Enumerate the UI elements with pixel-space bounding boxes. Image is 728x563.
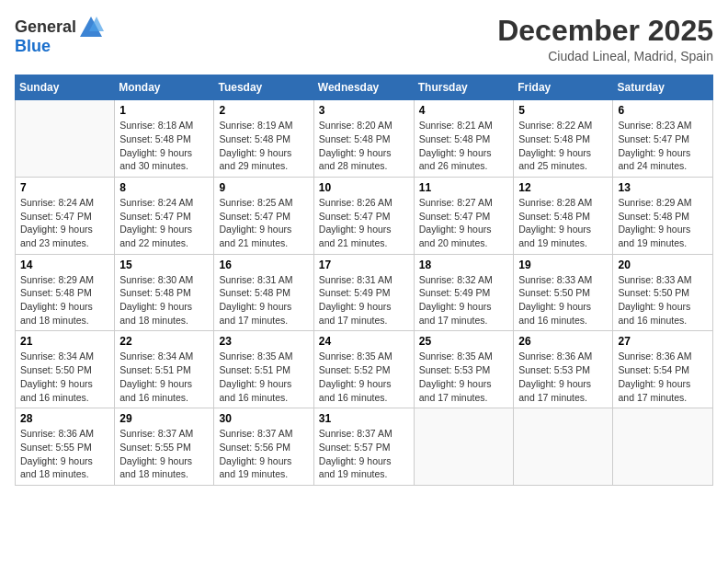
calendar-cell: 2Sunrise: 8:19 AM Sunset: 5:48 PM Daylig… (214, 100, 313, 178)
day-info: Sunrise: 8:33 AM Sunset: 5:50 PM Dayligh… (518, 273, 608, 327)
calendar-cell: 3Sunrise: 8:20 AM Sunset: 5:48 PM Daylig… (313, 100, 414, 178)
calendar-cell (16, 100, 115, 178)
day-number: 15 (119, 259, 209, 271)
calendar-cell: 16Sunrise: 8:31 AM Sunset: 5:48 PM Dayli… (214, 254, 313, 331)
day-info: Sunrise: 8:31 AM Sunset: 5:48 PM Dayligh… (219, 273, 308, 327)
calendar-cell: 23Sunrise: 8:35 AM Sunset: 5:51 PM Dayli… (214, 331, 313, 408)
day-number: 1 (119, 104, 209, 117)
logo: General Blue (15, 15, 104, 57)
logo-blue: Blue (15, 37, 51, 55)
calendar-cell: 15Sunrise: 8:30 AM Sunset: 5:48 PM Dayli… (115, 254, 214, 331)
day-info: Sunrise: 8:37 AM Sunset: 5:56 PM Dayligh… (219, 427, 308, 481)
calendar-cell: 29Sunrise: 8:37 AM Sunset: 5:55 PM Dayli… (115, 408, 214, 486)
day-info: Sunrise: 8:22 AM Sunset: 5:48 PM Dayligh… (518, 119, 608, 173)
day-info: Sunrise: 8:19 AM Sunset: 5:48 PM Dayligh… (219, 119, 308, 173)
calendar-cell: 30Sunrise: 8:37 AM Sunset: 5:56 PM Dayli… (214, 408, 313, 486)
calendar-cell: 28Sunrise: 8:36 AM Sunset: 5:55 PM Dayli… (16, 408, 115, 486)
day-info: Sunrise: 8:24 AM Sunset: 5:47 PM Dayligh… (119, 196, 209, 250)
calendar-cell: 14Sunrise: 8:29 AM Sunset: 5:48 PM Dayli… (16, 254, 115, 331)
day-number: 4 (419, 104, 509, 117)
day-info: Sunrise: 8:18 AM Sunset: 5:48 PM Dayligh… (119, 119, 209, 173)
day-number: 25 (419, 335, 509, 348)
calendar-cell: 22Sunrise: 8:34 AM Sunset: 5:51 PM Dayli… (115, 331, 214, 408)
day-number: 30 (219, 412, 308, 425)
calendar-cell: 4Sunrise: 8:21 AM Sunset: 5:48 PM Daylig… (414, 100, 514, 178)
day-info: Sunrise: 8:37 AM Sunset: 5:57 PM Dayligh… (319, 427, 409, 481)
day-number: 11 (419, 181, 509, 194)
day-info: Sunrise: 8:26 AM Sunset: 5:47 PM Dayligh… (319, 196, 409, 250)
day-info: Sunrise: 8:34 AM Sunset: 5:51 PM Dayligh… (119, 350, 209, 404)
calendar-cell: 31Sunrise: 8:37 AM Sunset: 5:57 PM Dayli… (313, 408, 414, 486)
calendar-cell: 9Sunrise: 8:25 AM Sunset: 5:47 PM Daylig… (214, 177, 313, 254)
calendar-cell: 6Sunrise: 8:23 AM Sunset: 5:47 PM Daylig… (613, 100, 713, 178)
day-info: Sunrise: 8:24 AM Sunset: 5:47 PM Dayligh… (20, 196, 109, 250)
day-number: 5 (518, 104, 608, 117)
calendar-week-2: 7Sunrise: 8:24 AM Sunset: 5:47 PM Daylig… (16, 177, 713, 254)
day-number: 18 (419, 259, 509, 271)
calendar-week-1: 1Sunrise: 8:18 AM Sunset: 5:48 PM Daylig… (16, 100, 713, 178)
day-number: 10 (319, 181, 409, 194)
col-tuesday: Tuesday (214, 75, 313, 100)
calendar-cell: 13Sunrise: 8:29 AM Sunset: 5:48 PM Dayli… (613, 177, 713, 254)
header: General Blue December 2025 Ciudad Lineal… (15, 15, 713, 63)
col-monday: Monday (115, 75, 214, 100)
calendar-cell: 1Sunrise: 8:18 AM Sunset: 5:48 PM Daylig… (115, 100, 214, 178)
calendar-cell: 27Sunrise: 8:36 AM Sunset: 5:54 PM Dayli… (613, 331, 713, 408)
calendar-cell: 25Sunrise: 8:35 AM Sunset: 5:53 PM Dayli… (414, 331, 514, 408)
col-saturday: Saturday (613, 75, 713, 100)
day-number: 17 (319, 259, 409, 271)
calendar-cell: 7Sunrise: 8:24 AM Sunset: 5:47 PM Daylig… (16, 177, 115, 254)
calendar-table: Sunday Monday Tuesday Wednesday Thursday… (15, 75, 713, 486)
day-number: 16 (219, 259, 308, 271)
day-info: Sunrise: 8:33 AM Sunset: 5:50 PM Dayligh… (618, 273, 708, 327)
calendar-cell: 8Sunrise: 8:24 AM Sunset: 5:47 PM Daylig… (115, 177, 214, 254)
calendar-cell: 18Sunrise: 8:32 AM Sunset: 5:49 PM Dayli… (414, 254, 514, 331)
calendar-cell: 12Sunrise: 8:28 AM Sunset: 5:48 PM Dayli… (514, 177, 613, 254)
day-number: 22 (119, 335, 209, 348)
day-number: 29 (119, 412, 209, 425)
calendar-header-row: Sunday Monday Tuesday Wednesday Thursday… (16, 75, 713, 100)
calendar-cell: 20Sunrise: 8:33 AM Sunset: 5:50 PM Dayli… (613, 254, 713, 331)
day-info: Sunrise: 8:35 AM Sunset: 5:52 PM Dayligh… (319, 350, 409, 404)
day-info: Sunrise: 8:36 AM Sunset: 5:53 PM Dayligh… (518, 350, 608, 404)
day-number: 24 (319, 335, 409, 348)
calendar-cell: 5Sunrise: 8:22 AM Sunset: 5:48 PM Daylig… (514, 100, 613, 178)
calendar-cell: 10Sunrise: 8:26 AM Sunset: 5:47 PM Dayli… (313, 177, 414, 254)
logo-icon (78, 15, 104, 40)
day-number: 27 (618, 335, 708, 348)
day-info: Sunrise: 8:30 AM Sunset: 5:48 PM Dayligh… (119, 273, 209, 327)
calendar-cell: 17Sunrise: 8:31 AM Sunset: 5:49 PM Dayli… (313, 254, 414, 331)
calendar-cell: 21Sunrise: 8:34 AM Sunset: 5:50 PM Dayli… (16, 331, 115, 408)
day-number: 9 (219, 181, 308, 194)
day-info: Sunrise: 8:36 AM Sunset: 5:55 PM Dayligh… (20, 427, 109, 481)
day-number: 31 (319, 412, 409, 425)
day-number: 7 (20, 181, 109, 194)
day-info: Sunrise: 8:27 AM Sunset: 5:47 PM Dayligh… (419, 196, 509, 250)
day-info: Sunrise: 8:21 AM Sunset: 5:48 PM Dayligh… (419, 119, 509, 173)
day-number: 19 (518, 259, 608, 271)
day-info: Sunrise: 8:36 AM Sunset: 5:54 PM Dayligh… (618, 350, 708, 404)
calendar-cell (613, 408, 713, 486)
calendar-cell: 11Sunrise: 8:27 AM Sunset: 5:47 PM Dayli… (414, 177, 514, 254)
calendar-cell: 19Sunrise: 8:33 AM Sunset: 5:50 PM Dayli… (514, 254, 613, 331)
day-number: 12 (518, 181, 608, 194)
day-number: 3 (319, 104, 409, 117)
day-info: Sunrise: 8:29 AM Sunset: 5:48 PM Dayligh… (20, 273, 109, 327)
day-number: 8 (119, 181, 209, 194)
day-info: Sunrise: 8:25 AM Sunset: 5:47 PM Dayligh… (219, 196, 308, 250)
day-number: 20 (618, 259, 708, 271)
day-info: Sunrise: 8:34 AM Sunset: 5:50 PM Dayligh… (20, 350, 109, 404)
day-number: 6 (618, 104, 708, 117)
calendar-week-5: 28Sunrise: 8:36 AM Sunset: 5:55 PM Dayli… (16, 408, 713, 486)
page-container: General Blue December 2025 Ciudad Lineal… (0, 0, 728, 493)
col-friday: Friday (514, 75, 613, 100)
day-number: 13 (618, 181, 708, 194)
calendar-week-3: 14Sunrise: 8:29 AM Sunset: 5:48 PM Dayli… (16, 254, 713, 331)
calendar-cell (514, 408, 613, 486)
calendar-cell (414, 408, 514, 486)
day-number: 28 (20, 412, 109, 425)
location: Ciudad Lineal, Madrid, Spain (497, 49, 713, 63)
day-info: Sunrise: 8:35 AM Sunset: 5:51 PM Dayligh… (219, 350, 308, 404)
day-info: Sunrise: 8:32 AM Sunset: 5:49 PM Dayligh… (419, 273, 509, 327)
calendar-cell: 24Sunrise: 8:35 AM Sunset: 5:52 PM Dayli… (313, 331, 414, 408)
